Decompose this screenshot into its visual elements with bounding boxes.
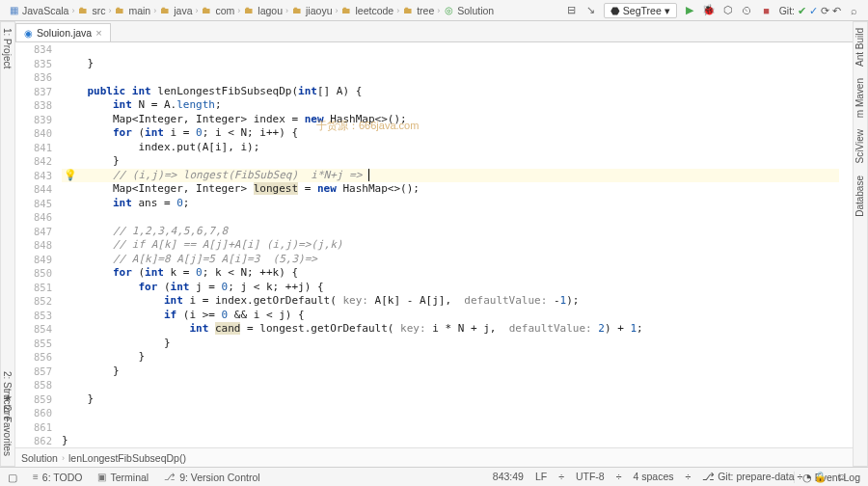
breadcrumb: ▦JavaScala›🖿src›🖿main›🖿java›🖿com›🖿lagou›… <box>0 5 565 16</box>
breadcrumb-item[interactable]: 🖿main <box>112 5 152 16</box>
right-tool-rail: Ant Build m Maven SciView Database <box>853 21 868 467</box>
breadcrumb-item[interactable]: ◎Solution <box>441 5 496 16</box>
profile-icon[interactable]: ⏲ <box>741 4 754 17</box>
run-icon[interactable]: ▶ <box>683 4 696 17</box>
tool-maven[interactable]: m Maven <box>854 72 866 123</box>
git-commit-icon[interactable]: ✓ <box>809 5 818 16</box>
breadcrumb-item[interactable]: 🖿leetcode <box>339 5 395 16</box>
git-update-icon[interactable]: ✔ <box>798 5 806 16</box>
java-file-icon: ◉ <box>24 28 33 39</box>
git-revert-icon[interactable]: ↶ <box>832 5 841 16</box>
breadcrumb-item[interactable]: 🖿com <box>199 5 236 16</box>
git-branch[interactable]: ⎇ Git: prepare-data ÷ <box>696 471 808 482</box>
breadcrumb-item[interactable]: 🖿lagou <box>241 5 285 16</box>
code-editor[interactable]: 8348358368378388398408418428438448458468… <box>15 42 853 447</box>
line-gutter: 8348358368378388398408418428438448458468… <box>15 42 62 447</box>
hector-icon[interactable]: ☺ <box>832 471 851 482</box>
breadcrumb-item[interactable]: 🖿java <box>157 5 194 16</box>
run-config-selector[interactable]: ⬣ SegTree ▾ <box>604 3 677 18</box>
lock-icon[interactable]: 🔒 <box>808 471 832 483</box>
collapse-icon[interactable]: ⊟ <box>565 4 579 17</box>
tool-ant[interactable]: Ant Build <box>854 22 866 72</box>
coverage-icon[interactable]: ⬡ <box>721 4 735 17</box>
git-toolbar: Git: ✔ ✓ ⟳ ↶ <box>779 5 841 16</box>
debug-icon[interactable]: 🐞 <box>702 4 716 17</box>
git-history-icon[interactable]: ⟳ <box>821 5 829 16</box>
indent[interactable]: 4 spaces <box>627 471 679 482</box>
breadcrumb-item[interactable]: 🖿src <box>75 5 107 16</box>
tool-database[interactable]: Database <box>854 170 866 223</box>
search-icon[interactable]: ⌕ <box>847 4 860 17</box>
bottom-tool[interactable]: ⎇9: Version Control <box>156 472 267 483</box>
encoding[interactable]: UTF-8 <box>570 471 610 482</box>
bottom-tool[interactable]: ▣Terminal <box>90 472 156 483</box>
caret-position: 843:49 <box>487 471 529 482</box>
expand-icon[interactable]: ↘ <box>584 4 598 17</box>
tool-project[interactable]: 1: Project <box>1 22 14 74</box>
tool-favorites[interactable]: ★ 2: Favorites <box>1 387 14 462</box>
line-sep[interactable]: LF <box>529 471 553 482</box>
close-tab-icon[interactable]: × <box>95 27 101 39</box>
editor-breadcrumb[interactable]: Solution›lenLongestFibSubseqDp() <box>15 447 853 467</box>
tool-sciview[interactable]: SciView <box>854 123 866 169</box>
intention-bulb-icon[interactable]: 💡 <box>64 169 77 181</box>
tool-indicator-icon[interactable]: ▢ <box>0 472 25 483</box>
stop-icon[interactable]: ■ <box>760 4 773 17</box>
bottom-tool[interactable]: ≡6: TODO <box>25 472 90 483</box>
breadcrumb-item[interactable]: 🖿tree <box>400 5 436 16</box>
breadcrumb-item[interactable]: ▦JavaScala <box>6 5 70 16</box>
left-tool-rail: 1: Project 2: Structure ★ 2: Favorites <box>0 21 15 467</box>
editor-tab[interactable]: ◉ Soluion.java × <box>15 23 111 41</box>
breadcrumb-item[interactable]: 🖿jiaoyu <box>289 5 334 16</box>
